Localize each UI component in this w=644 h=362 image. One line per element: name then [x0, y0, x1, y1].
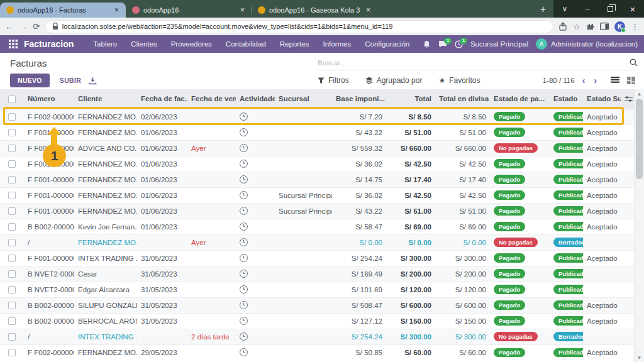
new-button[interactable]: NUEVO [10, 74, 50, 87]
address-bar[interactable]: localizacion.solse.pe/web#action=235&mod… [45, 20, 554, 33]
column-header[interactable]: Fecha de fac... [137, 89, 187, 109]
column-header[interactable]: Estado [550, 89, 583, 109]
navbar-menu-clientes[interactable]: Clientes [124, 35, 164, 53]
profile-avatar[interactable]: K [614, 21, 625, 32]
kanban-view-icon[interactable] [627, 77, 635, 84]
table-row[interactable]: F F001-00000033 FERNANDEZ MO... 01/06/20… [0, 156, 634, 172]
activity-clock-icon[interactable] [240, 144, 248, 152]
activity-clock-icon[interactable] [240, 301, 248, 309]
pager-previous-icon[interactable]: ‹ [581, 75, 587, 85]
activity-clock-icon[interactable] [240, 348, 248, 356]
column-header[interactable]: Cliente [74, 89, 137, 109]
activity-clock-icon[interactable] [240, 222, 248, 231]
scroll-up-arrow-icon[interactable]: ▲ [635, 89, 644, 98]
table-row[interactable]: F F001-00000030 FERNANDEZ MO... 01/06/20… [0, 203, 634, 219]
minimize-button[interactable]: – [576, 0, 599, 18]
new-tab-button[interactable]: + [533, 4, 553, 18]
table-row[interactable]: B B002-00000019 BERROCAL AROTI... 31/05/… [0, 313, 634, 329]
row-checkbox[interactable] [8, 129, 16, 136]
messages-icon[interactable]: 1 [438, 40, 447, 48]
apps-grid-icon[interactable] [9, 40, 18, 48]
forward-button[interactable]: → [19, 21, 28, 31]
tab-close-icon[interactable]: × [113, 6, 121, 14]
navbar-menu-informes[interactable]: Informes [316, 35, 358, 53]
navbar-menu-tablero[interactable]: Tablero [86, 35, 124, 53]
column-header[interactable]: Estado Sun... [583, 89, 621, 109]
reload-button[interactable]: ⟳ [33, 21, 40, 31]
search-input[interactable]: Buscar... [318, 55, 638, 70]
browser-tab[interactable]: odooApp16× [126, 3, 252, 18]
table-row[interactable]: / FERNANDEZ MO... Ayer S/ 0.00 S/ 0.00 S… [0, 234, 634, 250]
activities-icon[interactable]: 1 [455, 40, 463, 48]
row-checkbox[interactable] [8, 317, 16, 325]
bookmark-star-icon[interactable]: ☆ [573, 22, 580, 31]
row-checkbox[interactable] [8, 160, 16, 168]
table-row[interactable]: F F001-00000029 INTEX TRADING ... 31/05/… [0, 250, 634, 266]
list-view-icon[interactable] [611, 77, 619, 84]
row-checkbox[interactable] [8, 255, 16, 262]
navbar-menu-reportes[interactable]: Reportes [273, 35, 316, 53]
search-icon[interactable] [630, 58, 638, 67]
navbar-menu-configuracin[interactable]: Configuración [358, 35, 416, 53]
activity-clock-icon[interactable] [240, 160, 248, 168]
row-checkbox[interactable] [8, 333, 16, 341]
activity-clock-icon[interactable] [240, 254, 248, 262]
activity-clock-icon[interactable] [240, 285, 248, 293]
activity-clock-icon[interactable] [240, 191, 248, 199]
tab-close-icon[interactable]: × [364, 6, 372, 14]
app-name[interactable]: Facturacion [24, 39, 74, 49]
row-checkbox[interactable] [8, 176, 16, 184]
table-row[interactable]: B B002-00000021 Kevin Joe Fernan... 01/0… [0, 219, 634, 234]
table-row[interactable]: B NVET2-000000... Cesar 31/05/2023 S/ 16… [0, 266, 634, 282]
favorites-button[interactable]: ★ Favoritos [438, 76, 480, 85]
restore-button[interactable] [599, 0, 621, 18]
row-checkbox[interactable] [8, 145, 16, 152]
row-checkbox[interactable] [8, 286, 16, 293]
activity-clock-icon[interactable] [240, 207, 248, 215]
tab-close-icon[interactable]: × [238, 6, 247, 14]
row-checkbox[interactable] [8, 239, 16, 246]
table-row[interactable]: B NVET2-000000... Edgar Alcantara 31/05/… [0, 282, 634, 297]
vertical-scrollbar[interactable]: ▲ ▼ [634, 89, 644, 362]
tab-search-button[interactable]: ∨ [553, 0, 576, 18]
table-row[interactable]: B B002-00000020 SILUPU GONZALE... 31/05/… [0, 297, 634, 313]
row-checkbox[interactable] [8, 207, 16, 215]
table-row[interactable]: / INTEX TRADING ... 2 días tarde S/ 254.… [0, 329, 634, 344]
download-icon[interactable] [89, 77, 97, 85]
column-header[interactable]: Número [24, 89, 74, 109]
user-menu[interactable]: A Administrator (localizacion) [536, 38, 638, 50]
browser-menu-icon[interactable]: ⋮ [631, 22, 639, 31]
column-header[interactable]: Total en divisa [435, 89, 490, 109]
extensions-icon[interactable] [586, 23, 594, 31]
activity-clock-icon[interactable] [240, 317, 248, 325]
row-checkbox[interactable] [8, 223, 16, 231]
select-all-checkbox[interactable] [8, 96, 16, 103]
row-checkbox[interactable] [8, 192, 16, 199]
filters-button[interactable]: Filtros [318, 76, 349, 85]
table-row[interactable]: F F001-00000034 ADVICE AND CO... 01/06/2… [0, 140, 634, 156]
table-row[interactable]: F F001-00000035 FERNANDEZ MO... 01/06/20… [0, 124, 634, 140]
group-by-button[interactable]: Agrupado por [365, 76, 423, 85]
scrollbar-thumb[interactable] [636, 99, 643, 179]
table-row[interactable]: F F001-00000032 FERNANDEZ MO... 01/06/20… [0, 172, 634, 187]
activity-clock-icon[interactable] [240, 238, 248, 246]
activity-clock-icon[interactable] [240, 128, 248, 136]
close-button[interactable]: × [621, 0, 644, 18]
column-header[interactable]: Fecha de ven... [187, 89, 236, 109]
column-header[interactable]: Base imponi... [332, 89, 386, 109]
branch-selector[interactable]: Sucursal Principal [470, 40, 528, 48]
activity-clock-icon[interactable] [240, 270, 248, 278]
announcement-icon[interactable] [423, 40, 431, 48]
browser-tab[interactable]: odooApp16 - Facturas× [0, 3, 126, 18]
column-options-icon[interactable] [625, 96, 633, 102]
activity-clock-icon[interactable] [240, 332, 248, 341]
row-checkbox[interactable] [8, 349, 16, 356]
column-header[interactable]: Actividades [236, 89, 275, 109]
navbar-menu-contabilidad[interactable]: Contabilidad [219, 35, 273, 53]
browser-tab[interactable]: odooApp16 - Gaseosa Kola 3L× [252, 3, 377, 18]
pager-next-icon[interactable]: › [592, 75, 598, 85]
table-row[interactable]: F F002-00000013 FERNANDEZ MO... 29/05/20… [0, 344, 634, 360]
column-header[interactable]: Total [386, 89, 435, 109]
column-header[interactable]: Sucursal [275, 89, 332, 109]
table-row[interactable]: F F001-00000031 FERNANDEZ MO... 01/06/20… [0, 187, 634, 203]
